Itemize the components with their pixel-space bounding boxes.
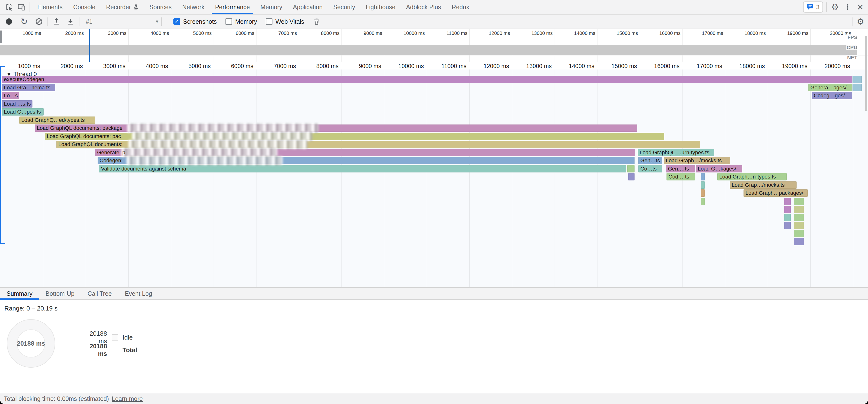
legend-value: 20188 ms xyxy=(80,342,107,358)
flame-bar[interactable] xyxy=(794,214,804,221)
checkbox-screenshots[interactable]: ✓Screenshots xyxy=(174,18,217,25)
checkbox-box-screenshots[interactable]: ✓ xyxy=(174,18,180,25)
flame-gridline xyxy=(256,69,256,287)
flame-bar[interactable] xyxy=(627,165,634,173)
overview-playhead[interactable] xyxy=(89,29,90,62)
tab-network[interactable]: Network xyxy=(177,0,210,14)
flame-bar[interactable] xyxy=(784,206,791,213)
detail-tab-bottom-up[interactable]: Bottom-Up xyxy=(39,288,81,299)
flame-bar[interactable] xyxy=(784,222,791,229)
learn-more-link[interactable]: Learn more xyxy=(112,395,143,402)
flame-bar-load-graphq-ed-types-ts[interactable]: Load GraphQ…ed/types.ts xyxy=(20,117,95,124)
tab-console[interactable]: Console xyxy=(68,0,101,14)
flame-bar-label: Load GraphQL documents: xyxy=(58,141,123,148)
flame-bar-lo-s[interactable]: Lo…s xyxy=(2,92,20,99)
flame-bar[interactable] xyxy=(701,198,705,205)
tab-memory[interactable]: Memory xyxy=(255,0,287,14)
flame-bar-load-g-kages[interactable]: Load G…kages/ xyxy=(696,165,742,173)
detail-tab-event-log[interactable]: Event Log xyxy=(118,288,159,299)
tab-label: Application xyxy=(293,4,322,11)
tab-adblock-plus[interactable]: Adblock Plus xyxy=(401,0,446,14)
flame-bar[interactable] xyxy=(852,84,862,91)
flame-bar-cod-ts[interactable]: Cod.…ts xyxy=(666,173,695,181)
flame-bar-load-gra-hema-ts[interactable]: Load Gra…hema.ts xyxy=(2,84,55,91)
tab-security[interactable]: Security xyxy=(328,0,361,14)
flame-bar[interactable] xyxy=(784,214,791,221)
tab-application[interactable]: Application xyxy=(288,0,328,14)
checkbox-label: Memory xyxy=(235,18,257,25)
flame-bar-codeg-ges[interactable]: Codeg…ges/ xyxy=(812,92,852,99)
flame-bar[interactable] xyxy=(794,238,804,245)
flame-bar-generate-p[interactable]: Generate: p xyxy=(95,149,635,156)
flame-bar-gen-ts[interactable]: Gen.…ts xyxy=(666,165,695,173)
overview-window-grip[interactable] xyxy=(0,31,2,43)
settings-gear-icon[interactable]: ⚙ xyxy=(829,0,841,14)
flame-bar[interactable] xyxy=(628,173,634,181)
tab-label: Lighthouse xyxy=(366,4,395,11)
flame-bar[interactable] xyxy=(701,181,705,189)
flame-bar-load-graph-n-types-ts[interactable]: Load Graph…n-types.ts xyxy=(717,173,786,181)
flame-bar[interactable] xyxy=(701,189,705,197)
detail-tab-call-tree[interactable]: Call Tree xyxy=(81,288,118,299)
flame-bar[interactable] xyxy=(794,198,804,205)
toolbar-divider xyxy=(30,2,30,12)
flame-bar-load-graphql-documents-pac[interactable]: Load GraphQL documents: pac xyxy=(45,133,664,140)
timeline-overview[interactable]: 1000 ms2000 ms3000 ms4000 ms5000 ms6000 … xyxy=(0,29,868,62)
checkbox-box-web-vitals[interactable] xyxy=(266,18,273,25)
save-profile-icon[interactable] xyxy=(65,16,76,27)
window-corner xyxy=(864,400,868,404)
flame-bar[interactable] xyxy=(794,206,804,213)
clear-recordings-icon[interactable] xyxy=(33,16,44,27)
tab-performance[interactable]: Performance xyxy=(210,0,255,14)
flame-bar-executecodegen[interactable]: executeCodegen xyxy=(2,76,852,83)
flame-bar-validate-documents-against-schema[interactable]: Validate documents against schema xyxy=(99,165,626,173)
detail-tab-summary[interactable]: Summary xyxy=(0,288,39,299)
flame-bar[interactable] xyxy=(784,198,791,205)
flame-bar[interactable] xyxy=(852,76,862,83)
inspect-element-icon[interactable] xyxy=(2,0,15,14)
flame-bar-load-grap-mocks-ts[interactable]: Load Grap…/mocks.ts xyxy=(730,181,797,189)
checkbox-box-memory[interactable] xyxy=(225,18,232,25)
flame-bar-gen-ts[interactable]: Gen…ts xyxy=(639,157,662,164)
devtools-tab-bar: ElementsConsoleRecorderSourcesNetworkPer… xyxy=(0,0,868,14)
device-toolbar-icon[interactable] xyxy=(15,0,28,14)
close-devtools-icon[interactable]: × xyxy=(854,0,867,14)
flame-bar-genera-ages[interactable]: Genera…ages/ xyxy=(808,84,852,91)
tab-elements[interactable]: Elements xyxy=(32,0,68,14)
flame-bar-load-s-ts[interactable]: Load …s.ts xyxy=(2,100,32,107)
flame-bar-load-graph-packages[interactable]: Load Graph…packages/ xyxy=(744,189,808,197)
tab-label: Elements xyxy=(37,4,62,11)
flame-bar-load-graph-mocks-ts[interactable]: Load Graph…/mocks.ts xyxy=(664,157,730,164)
load-profile-icon[interactable] xyxy=(51,16,62,27)
checkbox-web-vitals[interactable]: Web Vitals xyxy=(266,18,304,25)
flame-bar[interactable] xyxy=(794,230,804,237)
tab-recorder[interactable]: Recorder xyxy=(101,0,144,14)
tab-label: Console xyxy=(73,4,95,11)
tab-sources[interactable]: Sources xyxy=(144,0,177,14)
flame-chart[interactable]: ▼ Thread 0 executeCodegenLoad Gra…hema.t… xyxy=(0,69,868,287)
flame-gridline xyxy=(384,69,384,287)
flame-bar[interactable] xyxy=(794,222,804,229)
reload-and-record-icon[interactable]: ↻ xyxy=(19,16,30,27)
flame-bar-codegen[interactable]: Codegen: xyxy=(98,157,634,164)
kebab-menu-icon[interactable]: ⋮ xyxy=(841,0,854,14)
checkbox-memory[interactable]: Memory xyxy=(225,18,257,25)
history-dropdown[interactable]: #1 ▾ xyxy=(86,18,158,25)
flame-bar-load-graphql-documents[interactable]: Load GraphQL documents: xyxy=(56,141,700,148)
tab-redux[interactable]: Redux xyxy=(446,0,474,14)
flame-bar-load-graphql-documents-package[interactable]: Load GraphQL documents: package xyxy=(35,124,637,132)
garbage-collect-icon[interactable] xyxy=(311,16,322,27)
cpu-activity-band xyxy=(0,45,857,55)
vertical-scrollbar-thumb[interactable] xyxy=(865,36,867,111)
flame-bar-co-ts[interactable]: Co…ts xyxy=(639,165,662,173)
record-button[interactable] xyxy=(3,16,14,27)
issues-counter[interactable]: 3 xyxy=(803,1,823,12)
status-footer: Total blocking time: 0.00ms (estimated) … xyxy=(0,393,868,404)
flame-bar-label: Codeg…ges/ xyxy=(814,93,845,99)
capture-settings-gear-icon[interactable]: ⚙ xyxy=(855,16,866,27)
tab-lighthouse[interactable]: Lighthouse xyxy=(361,0,401,14)
flame-bar-load-graphql-urn-types-ts[interactable]: Load GraphQL …urn-types.ts xyxy=(638,149,714,156)
flame-bar[interactable] xyxy=(701,173,705,181)
flame-bar-load-g-pes-ts[interactable]: Load G…pes.ts xyxy=(2,108,43,116)
flame-bar-label: Load G…pes.ts xyxy=(4,109,41,115)
